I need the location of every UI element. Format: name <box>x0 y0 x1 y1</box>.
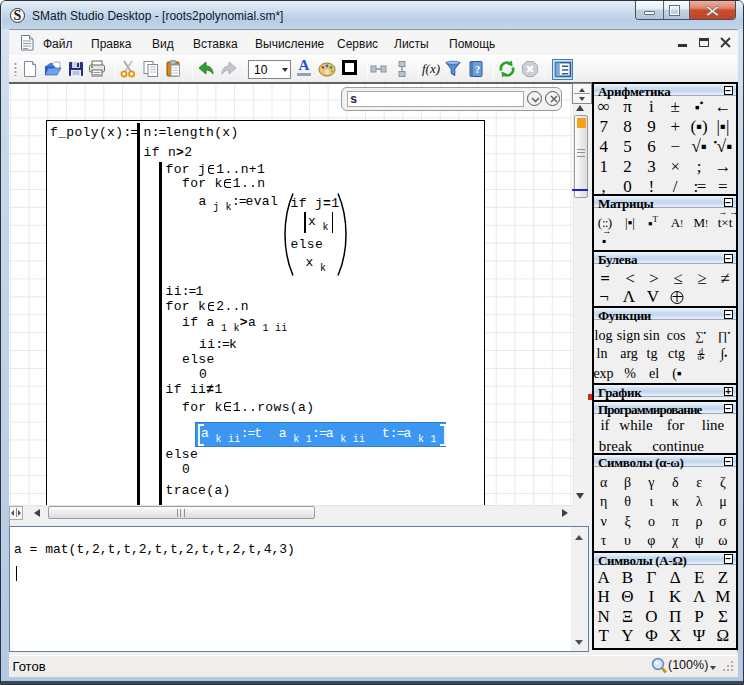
svg-text:?: ? <box>475 63 481 75</box>
